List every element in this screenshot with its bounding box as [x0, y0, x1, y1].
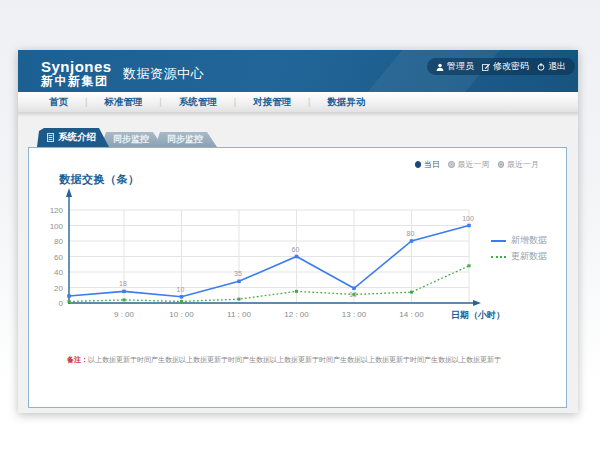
svg-text:60: 60 [292, 246, 300, 253]
svg-text:80: 80 [54, 237, 63, 246]
nav-shadow [18, 112, 578, 117]
document-icon [47, 133, 54, 142]
svg-text:80: 80 [407, 230, 415, 237]
app-window: Synjones 新中新集团 数据资源中心 管理员 修改密码 退出 首页| 标准… [18, 50, 578, 413]
svg-text:40: 40 [54, 268, 63, 277]
legend-line-dotted [491, 256, 506, 258]
svg-text:9 : 00: 9 : 00 [114, 310, 135, 319]
svg-text:14 : 00: 14 : 00 [399, 310, 424, 319]
svg-text:18: 18 [119, 280, 127, 287]
user-toolbar: 管理员 修改密码 退出 [427, 58, 575, 75]
period-option-week[interactable]: 最近一周 [448, 159, 490, 170]
tab-bar: 系统介绍 同步监控 同步监控 [37, 128, 209, 147]
current-user[interactable]: 管理员 [436, 60, 474, 73]
svg-text:11 : 00: 11 : 00 [227, 310, 251, 319]
svg-text:100: 100 [50, 222, 64, 231]
svg-text:20: 20 [54, 284, 63, 293]
svg-text:10: 10 [177, 286, 185, 293]
svg-text:日期（小时）: 日期（小时） [451, 310, 505, 320]
svg-text:13 : 00: 13 : 00 [342, 310, 367, 319]
y-axis-title: 数据交换（条） [59, 172, 140, 187]
nav-item-system[interactable]: 系统管理 [162, 96, 234, 109]
tab-system-intro[interactable]: 系统介绍 [37, 128, 109, 147]
radio-icon [415, 161, 422, 168]
logo-text: Synjones [41, 58, 112, 75]
legend-item-update-data: 更新数据 [491, 250, 547, 263]
company-logo: Synjones 新中新集团 [41, 58, 112, 89]
svg-text:120: 120 [50, 206, 64, 215]
footnote-label: 备注： [67, 356, 88, 363]
chart-container: 0204060801001209 : 0010 : 0011 : 0012 : … [41, 186, 511, 330]
svg-text:10 : 00: 10 : 00 [169, 310, 194, 319]
tab-sync-monitor-1[interactable]: 同步监控 [101, 132, 163, 147]
series-legend: 新增数据 更新数据 [491, 234, 547, 266]
legend-item-new-data: 新增数据 [491, 234, 547, 247]
logo-subtext: 新中新集团 [41, 75, 112, 89]
footnote: 备注：以上数据更新于时间产生数据以上数据更新于时间产生数据以上数据更新于时间产生… [67, 355, 501, 365]
line-chart: 0204060801001209 : 0010 : 0011 : 0012 : … [41, 186, 511, 326]
logout-button[interactable]: 退出 [537, 60, 566, 73]
period-option-today[interactable]: 当日 [415, 159, 441, 170]
period-option-month[interactable]: 最近一月 [498, 159, 540, 170]
nav-item-standard[interactable]: 标准管理 [87, 96, 159, 109]
radio-icon [498, 161, 505, 168]
change-password-button[interactable]: 修改密码 [482, 60, 529, 73]
period-selector: 当日 最近一周 最近一月 [415, 159, 540, 170]
user-icon [436, 63, 444, 71]
power-icon [537, 63, 545, 71]
page-title: 数据资源中心 [123, 65, 204, 83]
svg-text:10: 10 [349, 291, 357, 298]
app-header: Synjones 新中新集团 数据资源中心 管理员 修改密码 退出 [18, 50, 578, 92]
legend-line-solid [491, 240, 506, 242]
svg-text:0: 0 [59, 299, 64, 308]
nav-item-change[interactable]: 数据异动 [310, 96, 382, 109]
svg-text:12 : 00: 12 : 00 [284, 310, 309, 319]
tab-sync-monitor-2[interactable]: 同步监控 [155, 132, 217, 147]
nav-item-home[interactable]: 首页 [32, 96, 85, 109]
svg-text:35: 35 [234, 270, 242, 277]
edit-icon [482, 63, 490, 71]
svg-text:60: 60 [54, 253, 63, 262]
main-nav: 首页| 标准管理| 系统管理| 对接管理| 数据异动 [18, 92, 578, 112]
content-panel: 当日 最近一周 最近一月 数据交换（条） 0204060801001209 : … [28, 147, 567, 408]
svg-text:100: 100 [462, 215, 474, 222]
radio-icon [448, 161, 455, 168]
nav-item-connect[interactable]: 对接管理 [236, 96, 308, 109]
